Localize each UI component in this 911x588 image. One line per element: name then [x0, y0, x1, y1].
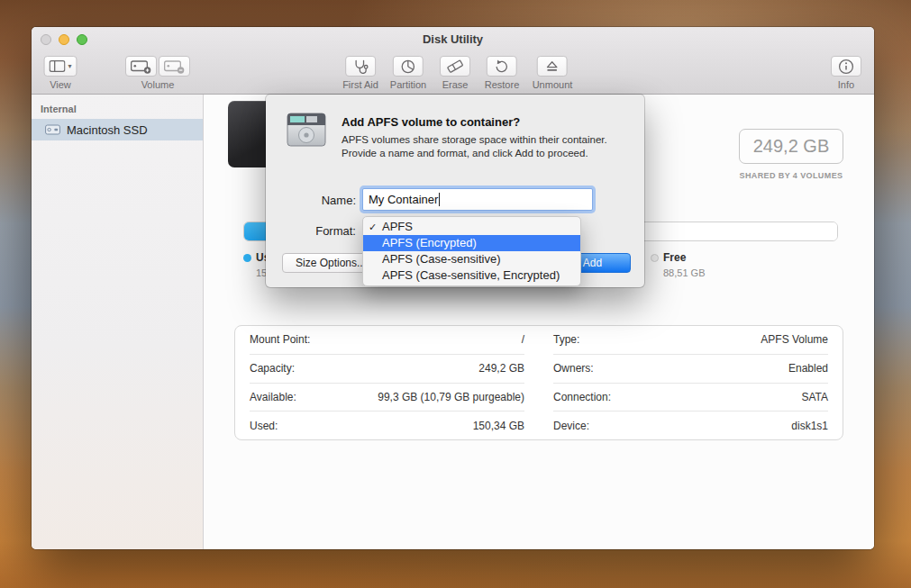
unmount-label: Unmount	[533, 79, 573, 90]
table-row: Used: 150,34 GB	[250, 412, 524, 439]
detail-value: APFS Volume	[761, 333, 828, 346]
checkmark-icon: ✓	[369, 219, 377, 235]
volume-label: Volume	[141, 79, 175, 90]
text-caret	[439, 193, 440, 206]
details-right-column: Type: APFS Volume Owners: Enabled Connec…	[542, 326, 839, 439]
partition-label: Partition	[390, 79, 426, 90]
free-legend-value: 88,51 GB	[663, 267, 705, 278]
detail-label: Connection:	[553, 391, 611, 403]
internal-drive-icon	[45, 124, 60, 135]
menu-item-apfs-case-sensitive[interactable]: APFS (Case-sensitive)	[363, 251, 580, 267]
table-row: Available: 99,3 GB (10,79 GB purgeable)	[250, 384, 524, 412]
name-input-value: My Container	[369, 193, 438, 206]
remove-volume-button[interactable]	[159, 56, 190, 77]
menu-item-apfs-case-sensitive-encrypted[interactable]: APFS (Case-sensitive, Encrypted)	[363, 267, 580, 284]
volume-group: Volume	[125, 56, 190, 90]
format-label: Format:	[266, 224, 356, 238]
table-row: Type: APFS Volume	[553, 326, 828, 355]
detail-value: SATA	[801, 391, 828, 403]
erase-group: Erase	[440, 56, 470, 90]
dialog-description-line1: APFS volumes share storage space within …	[342, 134, 607, 145]
view-group: ▾ View	[43, 56, 77, 90]
detail-value: disk1s1	[791, 420, 828, 432]
info-label: Info	[838, 79, 854, 90]
info-group: Info	[831, 56, 861, 90]
detail-label: Capacity:	[250, 362, 295, 375]
view-button[interactable]: ▾	[43, 56, 77, 77]
toolbar: ▾ View	[32, 52, 874, 95]
table-row: Mount Point: /	[250, 326, 524, 355]
add-volume-icon	[131, 59, 151, 74]
shared-by-label: SHARED BY 4 VOLUMES	[732, 171, 851, 180]
menu-item-label: APFS (Case-sensitive)	[382, 252, 500, 266]
unmount-group: Unmount	[533, 56, 573, 90]
detail-value: Enabled	[788, 362, 828, 375]
sidebar-item-macintosh-ssd[interactable]: Macintosh SSD	[32, 119, 203, 140]
erase-button[interactable]	[440, 56, 470, 77]
detail-label: Owners:	[553, 362, 594, 375]
menu-item-apfs-encrypted[interactable]: APFS (Encrypted)	[363, 235, 580, 251]
partition-button[interactable]	[393, 56, 424, 77]
restore-label: Restore	[485, 79, 520, 90]
size-options-label: Size Options...	[296, 257, 366, 269]
detail-label: Device:	[553, 420, 589, 432]
add-volume-button[interactable]	[125, 56, 157, 77]
sidebar-layout-icon	[49, 60, 65, 72]
window-chrome: Disk Utility ▾ View	[32, 27, 874, 95]
menu-item-apfs[interactable]: ✓ APFS	[363, 219, 580, 235]
used-color-dot-icon	[243, 254, 251, 262]
partition-icon	[401, 59, 415, 74]
detail-label: Mount Point:	[250, 333, 310, 346]
table-row: Owners: Enabled	[553, 355, 828, 384]
erase-label: Erase	[442, 79, 469, 90]
restore-button[interactable]	[487, 56, 517, 77]
detail-label: Available:	[250, 391, 296, 403]
sidebar-section-internal: Internal	[32, 95, 203, 119]
erase-icon	[446, 59, 464, 73]
sidebar: Internal Macintosh SSD	[32, 95, 204, 549]
first-aid-label: First Aid	[342, 79, 378, 90]
table-row: Device: disk1s1	[553, 412, 828, 439]
chevron-down-icon: ▾	[68, 63, 71, 70]
unmount-button[interactable]	[537, 56, 568, 77]
hard-drive-icon	[286, 109, 327, 150]
free-legend-label: Free	[663, 251, 686, 264]
detail-value: 150,34 GB	[473, 420, 524, 432]
restore-group: Restore	[485, 56, 520, 90]
detail-value: 99,3 GB (10,79 GB purgeable)	[378, 391, 524, 403]
dialog-title: Add APFS volume to container?	[342, 115, 520, 129]
dialog-description-line2: Provide a name and format, and click Add…	[342, 148, 588, 158]
first-aid-group: First Aid	[342, 56, 378, 90]
menu-item-label: APFS (Case-sensitive, Encrypted)	[382, 268, 560, 282]
first-aid-icon	[351, 59, 369, 74]
desktop-background: Disk Utility ▾ View	[0, 0, 911, 588]
details-panel: Mount Point: / Capacity: 249,2 GB Availa…	[234, 325, 843, 440]
details-left-column: Mount Point: / Capacity: 249,2 GB Availa…	[239, 326, 535, 439]
partition-group: Partition	[390, 56, 426, 90]
remove-volume-icon	[164, 59, 185, 74]
detail-value: /	[522, 333, 524, 346]
detail-label: Used:	[250, 420, 278, 432]
table-row: Connection: SATA	[553, 384, 828, 412]
info-icon	[838, 59, 854, 75]
add-button-label: Add	[583, 257, 602, 269]
name-label: Name:	[266, 194, 356, 207]
detail-value: 249,2 GB	[478, 362, 524, 375]
menu-item-label: APFS (Encrypted)	[382, 236, 477, 249]
capacity-box: 249,2 GB	[739, 129, 843, 164]
free-legend: Free 88,51 GB	[651, 251, 705, 278]
capacity-value: 249,2 GB	[753, 136, 830, 157]
free-color-dot-icon	[651, 254, 659, 262]
view-label: View	[50, 79, 71, 90]
window-title: Disk Utility	[32, 32, 874, 46]
table-row: Capacity: 249,2 GB	[250, 355, 524, 384]
detail-label: Type:	[553, 333, 579, 346]
dialog-description: APFS volumes share storage space within …	[342, 133, 634, 160]
first-aid-button[interactable]	[345, 56, 376, 77]
restore-icon	[495, 59, 509, 74]
format-dropdown-menu: ✓ APFS APFS (Encrypted) APFS (Case-sensi…	[362, 216, 581, 286]
name-input[interactable]: My Container	[362, 188, 593, 211]
info-button[interactable]	[831, 56, 861, 77]
menu-item-label: APFS	[382, 220, 413, 233]
sidebar-item-label: Macintosh SSD	[67, 123, 148, 137]
